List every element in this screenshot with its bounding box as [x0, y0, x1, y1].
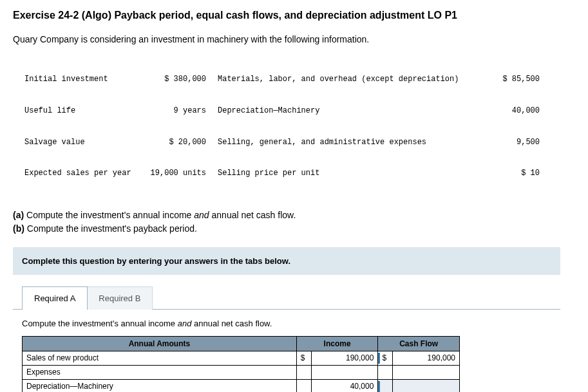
info-label: Selling, general, and administrative exp… — [218, 137, 488, 147]
tab-required-b[interactable]: Required B — [87, 286, 153, 310]
table-row: Sales of new product $ 190,000 $ 190,000 — [23, 351, 460, 365]
input-sales-cashflow[interactable]: 190,000 — [393, 351, 460, 365]
input-depreciation-income[interactable]: 40,000 — [311, 379, 378, 392]
info-label: Useful life — [24, 106, 147, 116]
info-value: $ 20,000 — [147, 137, 218, 147]
col-header-income: Income — [296, 336, 378, 351]
question-a-bold: (a) — [13, 210, 24, 220]
table-row: Expenses — [23, 365, 460, 379]
info-value: 9 years — [147, 106, 218, 116]
panel-hint: Compute the investment's annual income a… — [22, 319, 551, 328]
tab-required-a[interactable]: Required A — [22, 286, 88, 310]
info-value: 9,500 — [488, 137, 540, 147]
table-row: Depreciation—Machinery 40,000 — [23, 379, 460, 392]
input-sales-income[interactable]: 190,000 — [311, 351, 378, 365]
info-label: Initial investment — [24, 74, 147, 84]
info-value: $ 380,000 — [147, 74, 218, 84]
exercise-title: Exercise 24-2 (Algo) Payback period, equ… — [13, 10, 575, 21]
intro-text: Quary Company is considering an investme… — [13, 34, 575, 44]
tabs-container: Required A Required B — [22, 286, 575, 310]
info-value: $ 85,500 — [488, 74, 540, 84]
currency-symbol: $ — [296, 351, 311, 365]
col-header-annual: Annual Amounts — [23, 336, 297, 351]
col-header-cashflow: Cash Flow — [378, 336, 460, 351]
info-value: $ 10 — [488, 168, 540, 178]
row-label-depreciation[interactable]: Depreciation—Machinery — [23, 379, 297, 392]
info-label: Depreciation—Machinery — [218, 106, 488, 116]
given-information: Initial investment$ 380,000 Useful life9… — [24, 53, 575, 200]
tab-panel-a: Compute the investment's annual income a… — [13, 309, 560, 392]
info-label: Selling price per unit — [218, 168, 488, 178]
info-label: Materials, labor, and overhead (except d… — [218, 74, 488, 84]
sub-questions: (a) Compute the investment's annual inco… — [13, 209, 575, 236]
row-label-expenses[interactable]: Expenses — [23, 365, 297, 379]
info-value: 19,000 units — [147, 168, 218, 178]
info-label: Expected sales per year — [24, 168, 147, 178]
input-cell[interactable] — [311, 365, 378, 379]
question-b-bold: (b) — [13, 223, 24, 234]
disabled-cell — [393, 379, 460, 392]
instruction-bar: Complete this question by entering your … — [13, 247, 560, 275]
input-cell[interactable] — [393, 365, 460, 379]
calc-table: Annual Amounts Income Cash Flow Sales of… — [22, 336, 460, 392]
info-value: 40,000 — [488, 106, 540, 116]
row-label-sales[interactable]: Sales of new product — [23, 351, 297, 365]
info-label: Salvage value — [24, 137, 147, 147]
